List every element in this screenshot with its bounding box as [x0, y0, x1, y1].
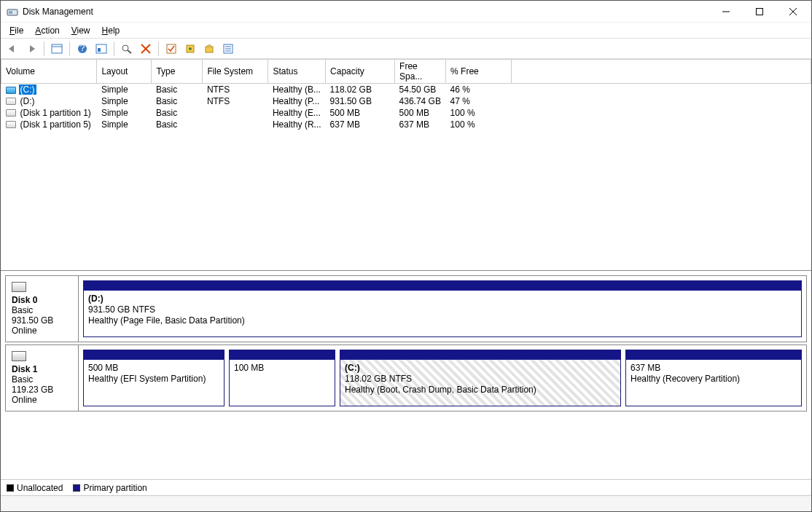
menubar: File Action View Help [1, 23, 811, 39]
disk-row[interactable]: Disk 0 Basic 931.50 GB Online (D:) 931.5… [5, 275, 807, 342]
partition-size: 100 MB [234, 363, 264, 373]
volume-status: Healthy (B... [268, 84, 326, 95]
disk-icon [12, 282, 26, 292]
show-hide-button[interactable] [48, 40, 66, 58]
menu-file[interactable]: File [4, 24, 29, 37]
forward-button[interactable] [23, 40, 40, 58]
partition-body: (C:) 118.02 GB NTFS Healthy (Boot, Crash… [340, 360, 620, 406]
menu-action[interactable]: Action [29, 24, 65, 37]
volume-list-header[interactable]: Volume Layout Type File System Status Ca… [1, 60, 811, 84]
partition[interactable]: (C:) 118.02 GB NTFS Healthy (Boot, Crash… [340, 350, 621, 406]
col-blank [512, 60, 811, 84]
disk-status: Online [12, 395, 72, 405]
partition[interactable]: 500 MB Healthy (EFI System Partition) [83, 350, 225, 406]
volume-capacity: 637 MB [326, 119, 395, 130]
partition-size: 118.02 GB NTFS [345, 374, 412, 384]
toolbar-separator [69, 42, 70, 56]
partition-size: 637 MB [631, 363, 660, 373]
volume-row[interactable]: (D:)SimpleBasicNTFSHealthy (P...931.50 G… [1, 95, 811, 107]
disk-row[interactable]: Disk 1 Basic 119.23 GB Online 500 MB Hea… [5, 344, 807, 411]
disk-size: 119.23 GB [12, 385, 72, 395]
col-type[interactable]: Type [152, 60, 203, 84]
volume-percent: 46 % [446, 84, 512, 95]
close-button[interactable] [776, 1, 810, 22]
volume-status: Healthy (R... [268, 119, 326, 130]
partition-body: 500 MB Healthy (EFI System Partition) [84, 360, 224, 406]
volume-row[interactable]: (C:)SimpleBasicNTFSHealthy (B...118.02 G… [1, 84, 811, 95]
settings-button[interactable] [93, 40, 110, 58]
partition[interactable]: 637 MB Healthy (Recovery Partition) [625, 350, 802, 406]
toolbar: ? [1, 39, 811, 59]
disk-label[interactable]: Disk 0 Basic 931.50 GB Online [6, 276, 79, 342]
volume-free: 436.74 GB [395, 95, 446, 107]
partition-label: (D:) [88, 294, 104, 304]
disk-name: Disk 0 [12, 295, 72, 305]
toolbar-separator [114, 42, 114, 56]
col-volume[interactable]: Volume [1, 60, 97, 84]
volume-type: Basic [152, 84, 203, 95]
col-layout[interactable]: Layout [97, 60, 152, 84]
swatch-unallocated [7, 484, 14, 492]
svg-rect-3 [757, 8, 763, 15]
tool-list[interactable] [219, 40, 237, 58]
disk-graphical-pane[interactable]: Disk 0 Basic 931.50 GB Online (D:) 931.5… [1, 270, 811, 479]
partition-stripe [340, 350, 620, 360]
tool-properties[interactable] [118, 40, 136, 58]
svg-rect-16 [167, 44, 176, 53]
disk-type: Basic [12, 305, 72, 315]
disk-icon [12, 351, 26, 361]
legend-primary: Primary partition [73, 483, 147, 493]
tool-new[interactable] [181, 40, 199, 58]
partition-size: 931.50 GB NTFS [88, 304, 155, 315]
partition-stripe [84, 350, 224, 360]
col-status[interactable]: Status [268, 60, 326, 84]
volume-row[interactable]: (Disk 1 partition 5)SimpleBasicHealthy (… [1, 119, 811, 130]
partition-stripe [626, 350, 801, 360]
svg-text:?: ? [80, 44, 85, 53]
svg-rect-6 [52, 44, 62, 53]
disk-size: 931.50 GB [12, 315, 72, 326]
volume-percent: 100 % [446, 107, 512, 119]
volume-type: Basic [152, 107, 203, 119]
drive-icon [6, 109, 16, 117]
tool-attach[interactable] [200, 40, 218, 58]
svg-rect-11 [98, 48, 101, 52]
volume-type: Basic [152, 95, 203, 107]
maximize-button[interactable] [743, 1, 776, 22]
partition-body: 100 MB [230, 360, 335, 406]
disk-name: Disk 1 [12, 364, 72, 374]
partition-label: (C:) [345, 363, 360, 373]
volume-percent: 47 % [446, 95, 512, 107]
svg-point-12 [122, 45, 128, 51]
menu-view[interactable]: View [66, 24, 96, 37]
partition[interactable]: 100 MB [229, 350, 335, 406]
titlebar: Disk Management [1, 1, 811, 23]
volume-filesystem: NTFS [203, 95, 268, 107]
tool-check[interactable] [163, 40, 180, 58]
volume-layout: Simple [97, 95, 152, 107]
volume-list[interactable]: Volume Layout Type File System Status Ca… [1, 59, 811, 270]
help-button[interactable]: ? [74, 40, 91, 58]
menu-help[interactable]: Help [96, 24, 126, 37]
partition-stripe [84, 281, 801, 291]
col-capacity[interactable]: Capacity [326, 60, 395, 84]
volume-layout: Simple [97, 84, 152, 95]
back-button[interactable] [4, 40, 21, 58]
partition-status: Healthy (Page File, Basic Data Partition… [88, 315, 245, 326]
volume-layout: Simple [97, 119, 152, 130]
svg-rect-18 [206, 47, 213, 52]
volume-capacity: 500 MB [326, 107, 395, 119]
drive-icon [6, 121, 16, 128]
minimize-button[interactable] [709, 1, 743, 22]
volume-status: Healthy (E... [268, 107, 326, 119]
col-filesystem[interactable]: File System [203, 60, 268, 84]
volume-row[interactable]: (Disk 1 partition 1)SimpleBasicHealthy (… [1, 107, 811, 119]
partition-status: Healthy (Boot, Crash Dump, Basic Data Pa… [345, 385, 536, 395]
col-free[interactable]: Free Spa... [395, 60, 446, 84]
partition[interactable]: (D:) 931.50 GB NTFS Healthy (Page File, … [83, 280, 802, 337]
disk-label[interactable]: Disk 1 Basic 119.23 GB Online [6, 345, 79, 411]
tool-delete[interactable] [137, 40, 155, 58]
partition-status: Healthy (Recovery Partition) [631, 374, 740, 384]
partition-body: 637 MB Healthy (Recovery Partition) [626, 360, 801, 406]
col-percent[interactable]: % Free [446, 60, 512, 84]
